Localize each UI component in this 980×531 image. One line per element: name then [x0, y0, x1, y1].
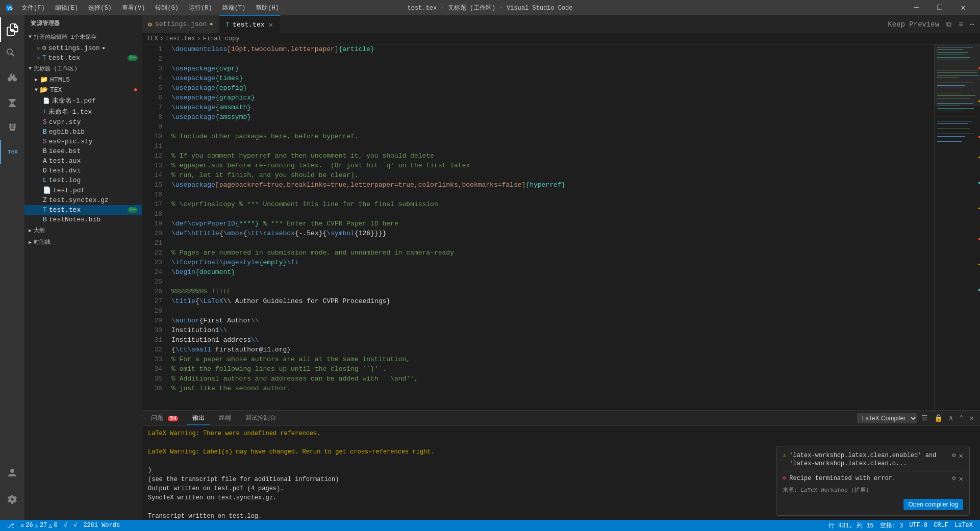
menu-bar: 文件(F) 编辑(E) 选择(S) 查看(V) 转到(G) 运行(R) 终端(T…	[17, 3, 283, 13]
menu-selection[interactable]: 选择(S)	[84, 3, 116, 13]
notif-gear-icon-2[interactable]: ⚙	[952, 474, 956, 482]
menu-terminal[interactable]: 终端(T)	[218, 3, 250, 13]
menu-goto[interactable]: 转到(G)	[151, 3, 183, 13]
minimap	[934, 44, 980, 410]
status-check-1[interactable]: √	[61, 520, 70, 531]
test-tex-tab-close[interactable]: ✕	[268, 19, 274, 30]
split-editor-btn[interactable]: ≡	[956, 19, 965, 30]
debug-activity-icon[interactable]	[0, 91, 24, 115]
svg-rect-27	[937, 129, 970, 129]
file-egbib-bib[interactable]: B egbib.bib	[24, 127, 142, 137]
maximize-button[interactable]: □	[928, 0, 951, 15]
file-unnamed-tex[interactable]: T 未命名-1.tex	[24, 106, 142, 117]
unnamed-pdf-label: 未命名-1.pdf	[52, 96, 96, 105]
open-editor-settings-json[interactable]: ✕ ⚙ settings.json ●	[24, 43, 142, 53]
status-spaces[interactable]: 空格: 3	[877, 520, 907, 531]
file-test-tex[interactable]: T test.tex 9+	[24, 205, 142, 215]
notif-close-btn-2[interactable]: ✕	[959, 474, 963, 483]
line-19: \def\cvprPaperID{****} % *** Enter the C…	[171, 219, 934, 229]
settings-close-icon[interactable]: ✕	[37, 45, 40, 52]
status-errors[interactable]: ✕ 26 ⚠ 27 △ 0	[17, 520, 61, 531]
menu-view[interactable]: 查看(V)	[118, 3, 149, 13]
close-button[interactable]: ✕	[951, 0, 975, 15]
file-test-log[interactable]: L test.log	[24, 175, 142, 185]
file-unnamed-pdf[interactable]: 📄 未命名-1.pdf	[24, 95, 142, 106]
panel-close-btn[interactable]: ✕	[968, 413, 976, 423]
file-testnotes-bib[interactable]: B testNotes.bib	[24, 215, 142, 224]
minimize-button[interactable]: ─	[904, 0, 928, 15]
breadcrumb-tex[interactable]: TEX	[147, 35, 158, 42]
open-compiler-log-btn[interactable]: Open compiler log	[903, 499, 963, 510]
tex-chevron: ▼	[35, 87, 38, 93]
panel-tab-output[interactable]: 输出	[187, 412, 210, 425]
keep-preview-btn[interactable]: Keep Preview	[885, 19, 942, 30]
menu-help[interactable]: 帮助(H)	[252, 3, 283, 13]
search-activity-icon[interactable]	[0, 42, 24, 66]
tex-folder-label: TEX	[50, 86, 62, 94]
status-language[interactable]: LaTeX	[951, 520, 976, 531]
settings-activity-icon[interactable]	[0, 487, 24, 512]
status-encoding[interactable]: UTF-8	[906, 520, 931, 531]
menu-edit[interactable]: 编辑(E)	[51, 3, 83, 13]
line-3: \usepackage{cvpr}	[171, 64, 934, 73]
file-test-pdf[interactable]: 📄 test.pdf	[24, 185, 142, 195]
status-git[interactable]: ⎇	[4, 520, 17, 531]
warning-notif-icon: ⚠	[783, 451, 786, 459]
tab-test-tex[interactable]: T test.tex ✕	[219, 15, 281, 33]
notif-gear-icon-1[interactable]: ⚙	[952, 451, 956, 459]
status-eol[interactable]: CRLF	[931, 520, 951, 531]
html5-folder-label: HTML5	[50, 76, 70, 84]
status-check-2[interactable]: √	[70, 520, 80, 531]
open-editors-header[interactable]: ▼ 打开的编辑器 1个未保存	[24, 31, 142, 43]
open-editor-test-tex[interactable]: ✕ T test.tex 9+	[24, 53, 142, 63]
folder-html5[interactable]: ▶ 📁 HTML5	[24, 74, 142, 85]
panel-collapse-btn[interactable]: ∧	[947, 413, 955, 423]
menu-file[interactable]: 文件(F)	[17, 3, 49, 13]
folder-tex[interactable]: ▼ 📂 TEX ●	[24, 85, 142, 95]
file-ieee-bst[interactable]: B ieee.bst	[24, 146, 142, 156]
code-content[interactable]: \documentclass[10pt,twocolumn,letterpape…	[166, 44, 934, 410]
breadcrumb-file[interactable]: test.tex	[166, 35, 195, 42]
breadcrumb-section[interactable]: Final copy	[203, 35, 240, 42]
status-position[interactable]: 行 431, 列 15	[825, 520, 877, 531]
editor-area: ⚙ settings.json ● T test.tex ✕ Keep Prev…	[142, 15, 980, 520]
panel-tab-problems[interactable]: 问题 54	[146, 412, 183, 425]
panel-tab-terminal[interactable]: 终端	[214, 412, 236, 425]
file-cvpr-sty[interactable]: S cvpr.sty	[24, 117, 142, 127]
menu-run[interactable]: 运行(R)	[185, 3, 216, 13]
svg-rect-28	[937, 134, 974, 134]
timeline-header[interactable]: ▶ 时间线	[24, 236, 142, 248]
more-actions-btn[interactable]: ⋯	[968, 18, 977, 30]
svg-rect-22	[937, 108, 974, 109]
tab-settings-json[interactable]: ⚙ settings.json ●	[142, 15, 219, 33]
panel-lock-btn[interactable]: 🔒	[932, 413, 945, 423]
notif-close-btn-1[interactable]: ✕	[959, 451, 963, 460]
outline-header[interactable]: ▶ 大纲	[24, 224, 142, 236]
test-close-icon[interactable]: ✕	[37, 55, 40, 61]
es0-pic-sty-label: es0-pic.sty	[49, 138, 93, 145]
latex-activity-icon[interactable]: TeX	[0, 140, 24, 164]
notification-warning: ⚠ 'latex-workshop.latex.clean.enabled' a…	[783, 451, 963, 468]
line-20: \def\httitle{\mbox{\tt\raisebox{-.5ex}{\…	[171, 229, 934, 238]
panel-list-btn[interactable]: ☰	[919, 413, 930, 423]
accounts-activity-icon[interactable]	[0, 461, 24, 485]
file-test-dvi[interactable]: D test.dvi	[24, 166, 142, 175]
panel-up-btn[interactable]: ⌃	[957, 413, 965, 423]
line-25	[171, 277, 934, 287]
file-es0-pic-sty[interactable]: S es0-pic.sty	[24, 137, 142, 146]
extensions-activity-icon[interactable]	[0, 115, 24, 140]
file-test-aux[interactable]: A test.aux	[24, 156, 142, 166]
panel-tab-debug[interactable]: 调试控制台	[240, 412, 281, 425]
status-word-count[interactable]: 2261 Words	[80, 520, 123, 531]
workspace-header[interactable]: ▼ 无标题 (工作区)	[24, 63, 142, 74]
sidebar-header: 资源管理器	[24, 15, 142, 31]
line-31: Institution1 address\\	[171, 335, 934, 345]
open-to-side-btn[interactable]: ⧉	[944, 19, 954, 30]
warning-notif-text: 'latex-workshop.latex.clean.enabled' and…	[789, 451, 949, 468]
file-test-synctex[interactable]: Z test.synctex.gz	[24, 195, 142, 205]
compiler-dropdown[interactable]: LaTeX Compiler	[857, 413, 917, 423]
files-activity-icon[interactable]	[0, 17, 24, 42]
check-icon-1: √	[64, 522, 67, 529]
info-count: 0	[54, 522, 58, 529]
source-control-activity-icon[interactable]	[0, 66, 24, 91]
